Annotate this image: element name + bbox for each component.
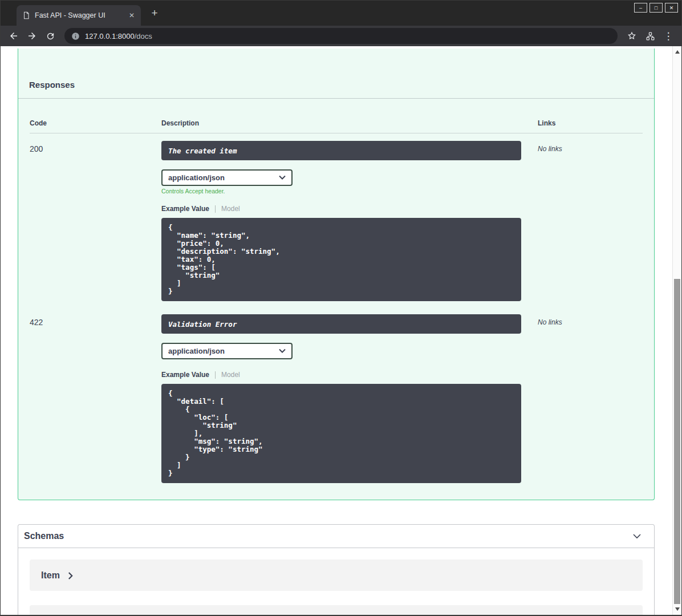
forward-arrow-icon bbox=[27, 31, 37, 41]
url-host: 127.0.0.1:8000 bbox=[85, 32, 135, 40]
response-description: Validation Error bbox=[161, 314, 521, 334]
window-controls: – □ ✕ bbox=[634, 3, 678, 13]
swagger-docs-page: Responses Code Description Links 200 The… bbox=[1, 48, 672, 615]
reload-icon bbox=[46, 31, 55, 41]
chevron-right-icon bbox=[68, 572, 73, 579]
window-close-button[interactable]: ✕ bbox=[665, 3, 678, 13]
browser-titlebar: Fast API - Swagger UI ✕ + – □ ✕ bbox=[1, 1, 681, 26]
column-header-description: Description bbox=[161, 119, 538, 127]
forward-button[interactable] bbox=[23, 27, 40, 44]
response-description-cell: The created item application/json Contro… bbox=[161, 141, 538, 307]
bookmark-star-icon bbox=[627, 31, 637, 41]
chevron-down-icon[interactable] bbox=[631, 530, 643, 542]
schemas-header[interactable]: Schemas bbox=[18, 525, 654, 548]
url-path: /docs bbox=[135, 32, 152, 40]
response-code: 200 bbox=[30, 141, 161, 307]
scrollbar-thumb[interactable] bbox=[674, 279, 680, 604]
back-button[interactable] bbox=[5, 27, 22, 44]
response-row-422: 422 Validation Error application/json bbox=[30, 307, 643, 489]
schema-model-validationerror[interactable]: ValidationError bbox=[30, 605, 643, 615]
response-links: No links bbox=[538, 314, 643, 489]
example-json-block: { "name": "string", "price": 0, "descrip… bbox=[161, 218, 521, 301]
extensions-icon bbox=[646, 31, 655, 41]
response-description-cell: Validation Error application/json bbox=[161, 314, 538, 489]
column-header-code: Code bbox=[30, 119, 161, 127]
browser-menu-button[interactable]: ⋮ bbox=[660, 27, 677, 44]
post-opblock-responses-section: Responses Code Description Links 200 The… bbox=[18, 48, 655, 500]
responses-heading: Responses bbox=[18, 48, 654, 99]
schemas-body: Item ValidationError bbox=[18, 548, 654, 615]
new-tab-button[interactable]: + bbox=[148, 7, 161, 21]
response-description: The created item bbox=[161, 141, 521, 160]
kebab-menu-icon: ⋮ bbox=[664, 30, 673, 42]
page-viewport: Responses Code Description Links 200 The… bbox=[1, 46, 681, 615]
browser-toolbar: 127.0.0.1:8000/docs ⋮ bbox=[1, 26, 681, 46]
window-minimize-button[interactable]: – bbox=[634, 3, 647, 13]
tab-model[interactable]: Model bbox=[221, 371, 240, 379]
example-json-block: { "detail": [ { "loc": [ "string" ], "ms… bbox=[161, 384, 521, 483]
response-code: 422 bbox=[30, 314, 161, 489]
media-type-select[interactable]: application/json bbox=[161, 169, 293, 186]
url-text: 127.0.0.1:8000/docs bbox=[85, 32, 152, 40]
schemas-section: Schemas Item ValidationError bbox=[18, 524, 655, 615]
browser-tab[interactable]: Fast API - Swagger UI ✕ bbox=[17, 5, 141, 26]
browser-window: Fast API - Swagger UI ✕ + – □ ✕ bbox=[0, 0, 682, 616]
scroll-down-arrow-icon[interactable] bbox=[675, 607, 680, 611]
schema-model-item[interactable]: Item bbox=[30, 560, 643, 591]
reload-button[interactable] bbox=[42, 27, 59, 44]
responses-table-header: Code Description Links bbox=[30, 119, 643, 133]
tab-model[interactable]: Model bbox=[221, 205, 240, 213]
response-row-200: 200 The created item application/json bbox=[30, 133, 643, 307]
bookmark-button[interactable] bbox=[623, 27, 640, 44]
tab-example-value[interactable]: Example Value bbox=[161, 205, 209, 213]
extensions-button[interactable] bbox=[642, 27, 659, 44]
media-type-select[interactable]: application/json bbox=[161, 343, 293, 359]
example-model-tabs: Example Value Model bbox=[161, 371, 538, 379]
tab-example-value[interactable]: Example Value bbox=[161, 371, 209, 379]
url-bar[interactable]: 127.0.0.1:8000/docs bbox=[64, 28, 618, 44]
tab-separator bbox=[215, 371, 216, 379]
page-scrollbar[interactable] bbox=[672, 46, 681, 615]
model-name: Item bbox=[41, 570, 60, 581]
column-header-links: Links bbox=[538, 119, 643, 127]
page-favicon-icon bbox=[22, 11, 30, 19]
tab-title: Fast API - Swagger UI bbox=[35, 11, 123, 19]
media-type-select-wrap: application/json bbox=[161, 169, 293, 186]
response-links: No links bbox=[538, 141, 643, 307]
site-info-icon[interactable] bbox=[71, 32, 80, 40]
responses-table: Code Description Links 200 The created i… bbox=[18, 99, 654, 500]
accept-header-note: Controls Accept header. bbox=[161, 188, 538, 194]
window-maximize-button[interactable]: □ bbox=[649, 3, 663, 13]
example-model-tabs: Example Value Model bbox=[161, 205, 538, 213]
back-arrow-icon bbox=[9, 31, 19, 41]
tab-separator bbox=[215, 205, 216, 213]
schemas-title: Schemas bbox=[24, 531, 64, 541]
scroll-up-arrow-icon[interactable] bbox=[675, 50, 680, 54]
tab-close-icon[interactable]: ✕ bbox=[127, 11, 136, 20]
media-type-select-wrap: application/json bbox=[161, 343, 293, 359]
